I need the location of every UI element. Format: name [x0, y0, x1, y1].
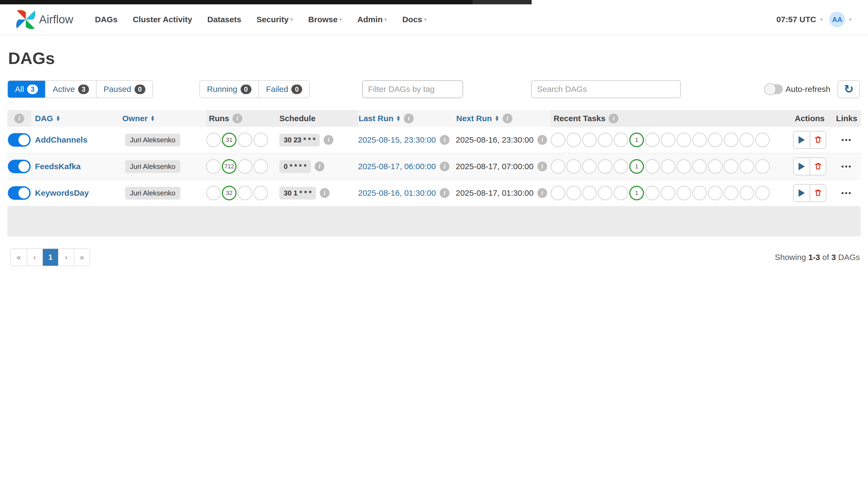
info-icon[interactable]: i: [320, 188, 330, 198]
dag-pause-toggle[interactable]: [8, 133, 31, 147]
task-skipped-circle[interactable]: [724, 186, 738, 200]
info-icon[interactable]: i: [440, 135, 450, 145]
nav-item-datasets[interactable]: Datasets: [207, 15, 241, 24]
filter-tab-active[interactable]: Active3: [45, 81, 96, 98]
info-icon[interactable]: i: [440, 162, 450, 171]
header-dag[interactable]: DAG ▲▼: [31, 110, 119, 127]
links-more-button[interactable]: •••: [841, 189, 852, 197]
task-none-circle[interactable]: [551, 133, 565, 147]
schedule-badge[interactable]: 0 * * * *: [279, 160, 311, 173]
info-icon[interactable]: i: [232, 113, 242, 123]
task-deferred-circle[interactable]: [739, 159, 754, 174]
run-success-circle[interactable]: 712: [222, 159, 237, 174]
task-removed-circle[interactable]: [566, 159, 581, 174]
task-failed-circle[interactable]: [661, 186, 675, 200]
nav-item-docs[interactable]: Docs▾: [402, 15, 427, 24]
sort-icon[interactable]: ▲▼: [150, 116, 155, 121]
run-queued-circle[interactable]: [206, 186, 221, 200]
task-skipped-circle[interactable]: [724, 133, 738, 147]
dag-name-link[interactable]: KeywordsDay: [31, 188, 89, 198]
auto-refresh-toggle[interactable]: [765, 84, 783, 94]
task-skipped-circle[interactable]: [724, 159, 738, 174]
task-up_for_reschedule-circle[interactable]: [692, 186, 707, 200]
info-icon[interactable]: i: [537, 188, 547, 198]
filter-tab-running[interactable]: Running0: [200, 81, 258, 98]
links-more-button[interactable]: •••: [841, 136, 852, 144]
dag-pause-toggle[interactable]: [8, 160, 31, 173]
search-dags-input[interactable]: [531, 80, 681, 98]
airflow-brand[interactable]: Airflow: [15, 9, 73, 30]
task-upstream_failed-circle[interactable]: [708, 133, 723, 147]
task-success-circle[interactable]: 1: [629, 186, 644, 200]
pagination-previous[interactable]: ‹: [27, 249, 42, 266]
info-icon[interactable]: i: [440, 188, 450, 198]
header-next-run[interactable]: Next Run ▲▼ i: [456, 110, 551, 127]
task-restarting-circle[interactable]: [645, 159, 660, 174]
info-icon[interactable]: i: [537, 162, 547, 171]
sort-icon[interactable]: ▲▼: [396, 116, 401, 121]
dag-pause-toggle[interactable]: [8, 186, 31, 200]
task-removed-circle[interactable]: [566, 186, 581, 200]
task-running-circle[interactable]: [614, 159, 628, 174]
sort-icon[interactable]: ▲▼: [495, 116, 499, 121]
run-failed-circle[interactable]: [253, 133, 268, 147]
nav-item-security[interactable]: Security▾: [256, 15, 293, 24]
nav-item-browse[interactable]: Browse▾: [308, 15, 342, 24]
sort-icon[interactable]: ▲▼: [56, 116, 61, 121]
pagination-last[interactable]: »: [74, 249, 90, 266]
task-none-circle[interactable]: [551, 159, 565, 174]
task-running-circle[interactable]: [614, 186, 628, 200]
info-icon[interactable]: i: [323, 135, 333, 145]
task-scheduled-circle[interactable]: [582, 133, 597, 147]
task-restarting-circle[interactable]: [645, 186, 660, 200]
task-queued-circle[interactable]: [598, 186, 613, 200]
run-success-circle[interactable]: 32: [222, 186, 237, 200]
run-running-circle[interactable]: [238, 186, 252, 200]
task-up_for_retry-circle[interactable]: [677, 159, 691, 174]
nav-item-dags[interactable]: DAGs: [95, 15, 118, 24]
task-deferred-circle[interactable]: [739, 133, 754, 147]
user-avatar[interactable]: AA: [829, 12, 845, 27]
filter-tab-failed[interactable]: Failed0: [258, 81, 310, 98]
run-running-circle[interactable]: [238, 159, 252, 174]
task-up_for_reschedule-circle[interactable]: [692, 159, 707, 174]
task-shutdown-circle[interactable]: [755, 186, 770, 200]
task-up_for_retry-circle[interactable]: [677, 186, 691, 200]
filter-tab-all[interactable]: All3: [8, 81, 45, 98]
brand-name[interactable]: Airflow: [39, 13, 73, 26]
nav-item-cluster-activity[interactable]: Cluster Activity: [133, 15, 192, 24]
task-restarting-circle[interactable]: [645, 133, 660, 147]
task-success-circle[interactable]: 1: [629, 133, 644, 147]
utc-clock[interactable]: 07:57 UTC: [776, 15, 816, 24]
run-running-circle[interactable]: [238, 133, 252, 147]
run-success-circle[interactable]: 31: [222, 133, 237, 147]
links-more-button[interactable]: •••: [841, 162, 852, 171]
run-failed-circle[interactable]: [253, 186, 268, 200]
nav-item-admin[interactable]: Admin▾: [357, 15, 387, 24]
trigger-dag-button[interactable]: [794, 131, 810, 148]
task-failed-circle[interactable]: [661, 133, 675, 147]
task-upstream_failed-circle[interactable]: [708, 159, 723, 174]
refresh-button[interactable]: ↻: [838, 80, 860, 98]
info-icon[interactable]: i: [315, 162, 324, 171]
filter-tab-paused[interactable]: Paused0: [96, 81, 152, 98]
task-none-circle[interactable]: [551, 186, 565, 200]
task-up_for_retry-circle[interactable]: [677, 133, 691, 147]
delete-dag-button[interactable]: [810, 185, 826, 201]
task-failed-circle[interactable]: [661, 159, 675, 174]
task-shutdown-circle[interactable]: [755, 159, 770, 174]
last-run-link[interactable]: 2025-08-17, 06:00:00: [358, 162, 436, 171]
info-icon[interactable]: i: [537, 135, 547, 145]
task-removed-circle[interactable]: [566, 133, 581, 147]
pagination-page-1[interactable]: 1: [42, 249, 58, 266]
trigger-dag-button[interactable]: [794, 158, 810, 175]
schedule-badge[interactable]: 30 23 * * *: [279, 134, 320, 147]
task-queued-circle[interactable]: [598, 159, 613, 174]
task-running-circle[interactable]: [614, 133, 628, 147]
dag-name-link[interactable]: FeedsKafka: [31, 162, 81, 171]
trigger-dag-button[interactable]: [794, 185, 810, 201]
task-queued-circle[interactable]: [598, 133, 613, 147]
run-queued-circle[interactable]: [206, 159, 221, 174]
last-run-link[interactable]: 2025-08-15, 23:30:00: [358, 135, 436, 144]
schedule-badge[interactable]: 30 1 * * *: [279, 187, 316, 199]
